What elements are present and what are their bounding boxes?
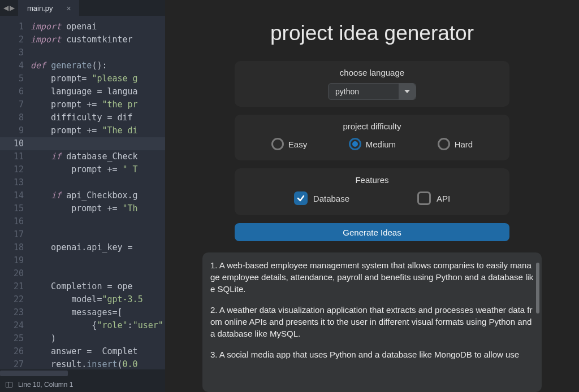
results-textbox[interactable]: 1. A web-based employee management syste… (202, 252, 542, 392)
line-number-gutter: 1234567891011121314151617181920212223242… (0, 16, 31, 369)
code-area[interactable]: 1234567891011121314151617181920212223242… (0, 16, 165, 369)
chevron-down-icon[interactable] (399, 84, 416, 99)
scrollbar-thumb[interactable] (0, 371, 68, 376)
checkbox-label: API (437, 194, 450, 203)
result-item: 1. A web-based employee management syste… (210, 259, 534, 295)
feature-database-checkbox[interactable]: Database (294, 191, 349, 205)
tab-filename: main.py (27, 4, 53, 12)
nav-forward-icon[interactable]: ▶ (10, 4, 15, 12)
language-value: python (329, 87, 399, 96)
radio-label: Hard (455, 140, 473, 149)
result-item: 2. A weather data visualization applicat… (210, 304, 534, 339)
code-content[interactable]: import openaiimport customtkinter def ge… (31, 16, 165, 369)
checkbox-icon (417, 191, 431, 205)
features-label: Features (245, 175, 499, 185)
result-item: 3. A social media app that uses Python a… (210, 349, 534, 360)
language-select[interactable]: python (328, 83, 416, 100)
cursor-position: Line 10, Column 1 (18, 381, 73, 389)
code-editor-pane: ◀ ▶ main.py × 12345678910111213141516171… (0, 0, 165, 392)
editor-tabbar: ◀ ▶ main.py × (0, 0, 165, 16)
editor-statusbar: Line 10, Column 1 (0, 377, 165, 392)
radio-label: Medium (366, 140, 396, 149)
difficulty-panel: project difficulty Easy Medium Hard (235, 115, 509, 160)
checkbox-icon (294, 191, 308, 205)
close-icon[interactable]: × (67, 4, 71, 13)
horizontal-scrollbar[interactable] (0, 369, 165, 377)
language-panel: choose language python (235, 61, 509, 107)
panel-icon[interactable] (6, 382, 12, 387)
button-label: Generate Ideas (343, 228, 401, 237)
feature-api-checkbox[interactable]: API (417, 191, 450, 205)
scrollbar-thumb[interactable] (536, 263, 539, 313)
radio-label: Easy (288, 140, 307, 149)
difficulty-medium-radio[interactable]: Medium (349, 138, 396, 150)
generate-ideas-button[interactable]: Generate Ideas (235, 223, 509, 241)
features-panel: Features Database API (235, 168, 509, 215)
project-idea-generator-app: project idea generator choose language p… (165, 0, 579, 392)
editor-tab[interactable]: main.py × (18, 0, 79, 16)
checkbox-label: Database (313, 194, 349, 203)
nav-back-icon[interactable]: ◀ (3, 4, 8, 12)
difficulty-hard-radio[interactable]: Hard (438, 138, 473, 150)
language-label: choose language (245, 68, 499, 77)
difficulty-label: project difficulty (245, 121, 499, 131)
app-title: project idea generator (270, 21, 474, 45)
difficulty-easy-radio[interactable]: Easy (271, 138, 307, 150)
